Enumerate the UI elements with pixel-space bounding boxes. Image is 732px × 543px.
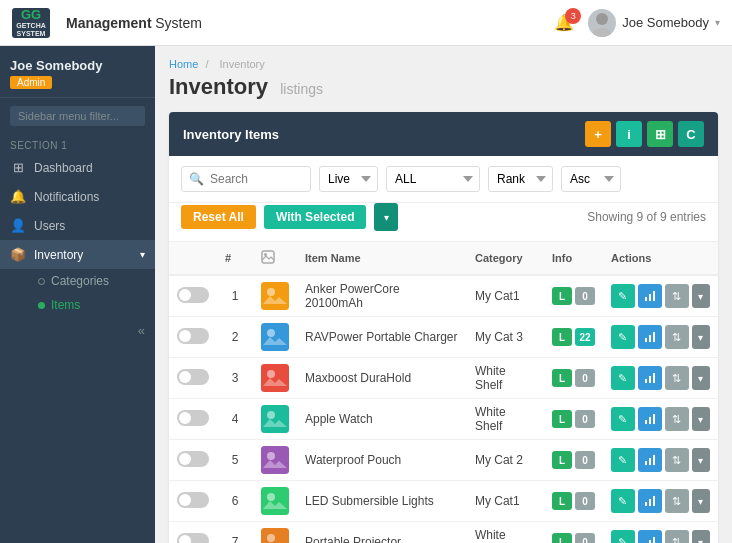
- stats-button[interactable]: [638, 407, 662, 431]
- edit-button[interactable]: ✎: [611, 530, 635, 543]
- edit-button[interactable]: ✎: [611, 448, 635, 472]
- sidebar-subitem-items[interactable]: Items: [28, 293, 155, 317]
- move-button[interactable]: ⇅: [665, 448, 689, 472]
- move-button[interactable]: ⇅: [665, 489, 689, 513]
- row-toggle[interactable]: [177, 328, 209, 344]
- stats-button[interactable]: [638, 448, 662, 472]
- svg-rect-2: [262, 251, 274, 263]
- row-dropdown-button[interactable]: ▾: [692, 407, 710, 431]
- sidebar-item-label: Inventory: [34, 248, 83, 262]
- row-number: 7: [217, 522, 253, 544]
- row-dropdown-button[interactable]: ▾: [692, 530, 710, 543]
- svg-point-20: [267, 411, 275, 419]
- stats-button[interactable]: [638, 489, 662, 513]
- row-dropdown-button[interactable]: ▾: [692, 448, 710, 472]
- row-dropdown-button[interactable]: ▾: [692, 325, 710, 349]
- dashboard-icon: ⊞: [10, 160, 26, 175]
- breadcrumb-home[interactable]: Home: [169, 58, 198, 70]
- user-dropdown-icon: ▾: [715, 17, 720, 28]
- categories-dot-icon: [38, 278, 45, 285]
- row-toggle[interactable]: [177, 287, 209, 303]
- logo: GG GETCHA SYSTEM: [12, 8, 50, 38]
- move-button[interactable]: ⇅: [665, 325, 689, 349]
- row-actions: ✎ ⇅ ▾: [603, 399, 718, 440]
- row-item-name: RAVPower Portable Charger: [297, 317, 467, 358]
- edit-button[interactable]: ✎: [611, 489, 635, 513]
- info-badge-num: 22: [575, 328, 595, 346]
- card-header-actions: + i ⊞ C: [585, 121, 704, 147]
- row-dropdown-button[interactable]: ▾: [692, 284, 710, 308]
- sidebar-item-inventory[interactable]: 📦 Inventory ▾: [0, 240, 155, 269]
- row-toggle[interactable]: [177, 492, 209, 508]
- row-item-name: Waterproof Pouch: [297, 440, 467, 481]
- reset-all-button[interactable]: Reset All: [181, 205, 256, 229]
- notification-badge: 3: [565, 8, 581, 24]
- item-thumbnail: [261, 446, 289, 474]
- stats-button[interactable]: [638, 284, 662, 308]
- svg-point-3: [264, 253, 267, 256]
- row-dropdown-button[interactable]: ▾: [692, 366, 710, 390]
- row-number: 4: [217, 399, 253, 440]
- row-thumb-cell: [253, 275, 297, 317]
- notification-button[interactable]: 🔔 3: [554, 13, 574, 32]
- move-button[interactable]: ⇅: [665, 530, 689, 543]
- user-menu-button[interactable]: Joe Somebody ▾: [588, 9, 720, 37]
- move-button[interactable]: ⇅: [665, 407, 689, 431]
- edit-button[interactable]: ✎: [611, 366, 635, 390]
- svg-rect-29: [261, 487, 289, 515]
- table-row: 2 RAVPower Portable Charger My Cat 3 L 2…: [169, 317, 718, 358]
- edit-button[interactable]: ✎: [611, 325, 635, 349]
- edit-button[interactable]: ✎: [611, 284, 635, 308]
- page-title-sub: listings: [280, 81, 323, 97]
- row-number: 1: [217, 275, 253, 317]
- rank-filter[interactable]: Rank Name Date: [488, 166, 553, 192]
- row-item-name: LED Submersible Lights: [297, 481, 467, 522]
- svg-rect-8: [653, 291, 655, 301]
- card-info-button[interactable]: i: [616, 121, 642, 147]
- row-dropdown-button[interactable]: ▾: [692, 489, 710, 513]
- breadcrumb-separator: /: [205, 58, 208, 70]
- with-selected-button[interactable]: With Selected: [264, 205, 367, 229]
- edit-button[interactable]: ✎: [611, 407, 635, 431]
- row-toggle[interactable]: [177, 410, 209, 426]
- with-selected-dropdown[interactable]: ▾: [374, 203, 398, 231]
- sidebar-item-users[interactable]: 👤 Users: [0, 211, 155, 240]
- table-row: 4 Apple Watch White Shelf L 0 ✎ ⇅ ▾: [169, 399, 718, 440]
- sidebar-filter-input[interactable]: [10, 106, 145, 126]
- sidebar-subitem-categories[interactable]: Categories: [28, 269, 155, 293]
- row-info: L 0: [544, 399, 603, 440]
- collapse-icon: «: [138, 323, 145, 338]
- user-name: Joe Somebody: [622, 15, 709, 30]
- sidebar-filter[interactable]: [0, 98, 155, 134]
- status-filter[interactable]: Live Draft All: [319, 166, 378, 192]
- row-toggle[interactable]: [177, 369, 209, 385]
- card-refresh-button[interactable]: C: [678, 121, 704, 147]
- row-number: 2: [217, 317, 253, 358]
- sidebar-collapse-button[interactable]: «: [0, 317, 155, 344]
- table-header-row: # Item Name Category Info Actions: [169, 242, 718, 275]
- search-wrapper: 🔍: [181, 166, 311, 192]
- row-toggle[interactable]: [177, 533, 209, 544]
- item-thumbnail: [261, 323, 289, 351]
- sidebar-item-dashboard[interactable]: ⊞ Dashboard: [0, 153, 155, 182]
- stats-button[interactable]: [638, 366, 662, 390]
- info-badge-num: 0: [575, 533, 595, 543]
- order-filter[interactable]: Asc Desc: [561, 166, 621, 192]
- stats-button[interactable]: [638, 530, 662, 543]
- sidebar-item-notifications[interactable]: 🔔 Notifications: [0, 182, 155, 211]
- move-button[interactable]: ⇅: [665, 284, 689, 308]
- svg-point-0: [596, 13, 608, 25]
- svg-rect-26: [645, 461, 647, 465]
- card-grid-button[interactable]: ⊞: [647, 121, 673, 147]
- row-toggle[interactable]: [177, 451, 209, 467]
- stats-button[interactable]: [638, 325, 662, 349]
- svg-rect-23: [653, 414, 655, 424]
- svg-rect-13: [653, 332, 655, 342]
- inventory-icon: 📦: [10, 247, 26, 262]
- row-actions: ✎ ⇅ ▾: [603, 522, 718, 544]
- card-add-button[interactable]: +: [585, 121, 611, 147]
- page-title-bold: Inventory: [169, 74, 268, 99]
- move-button[interactable]: ⇅: [665, 366, 689, 390]
- card-header-title: Inventory Items: [183, 127, 279, 142]
- category-filter[interactable]: ALL My Cat 1 My Cat 2 White Shelf: [386, 166, 480, 192]
